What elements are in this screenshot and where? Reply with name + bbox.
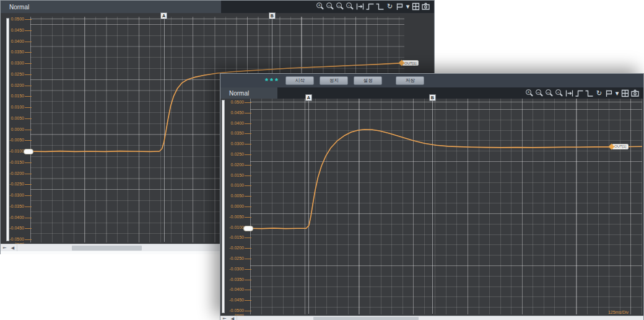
front-toolbar: +–↔▫↻▾	[525, 89, 640, 98]
y-axis-tick-label: 0.0150	[223, 173, 244, 178]
masked-title-text: ***	[265, 76, 280, 86]
zoom-out-icon-glyph: –	[326, 2, 332, 8]
probe-flag-icon[interactable]	[604, 89, 614, 98]
front-scope-window: *** 시작정지설정저장 Normal +–↔▫↻▾ 125ms/Div 0.0…	[220, 73, 644, 320]
trace-end-tag: OUT[1]	[399, 60, 419, 66]
y-axis-tick-label: 0.0050	[223, 193, 244, 198]
y-axis-tick-label: 0.0300	[223, 141, 244, 146]
zoom-selection-icon-glyph: ▫	[555, 89, 561, 95]
y-axis-tick-label: -0.0300	[223, 267, 244, 272]
scrollbar-thumb[interactable]	[72, 246, 142, 251]
y-axis-tick-label: 0.0350	[223, 131, 244, 136]
header-button-group: 시작정지설정저장	[280, 76, 424, 85]
dropdown-caret-icon[interactable]: ▾	[614, 89, 620, 98]
auto-refresh-icon-glyph: ↻	[594, 89, 604, 98]
zoom-selection-icon[interactable]: ▫	[346, 2, 355, 11]
dropdown-caret-icon-glyph: ▾	[614, 89, 620, 98]
y-axis-tick-label: 0.0300	[3, 61, 24, 66]
zoom-selection-icon-glyph: ▫	[346, 2, 352, 8]
zoom-in-icon-glyph: +	[316, 2, 322, 8]
grid-scale-icon[interactable]	[620, 89, 630, 98]
y-axis-tick-label: 0.0250	[3, 72, 24, 77]
zoom-horizontal-icon-glyph: ↔	[336, 2, 342, 8]
y-axis-tick-label: 0.0200	[223, 162, 244, 167]
y-axis-tick-label: -0.0250	[223, 256, 244, 261]
fit-width-icon[interactable]	[355, 2, 365, 11]
waveform-trace	[250, 99, 642, 314]
step-fall-icon[interactable]	[375, 2, 385, 11]
y-axis-tick-label: -0.0200	[3, 171, 24, 176]
probe-flag-icon[interactable]	[395, 2, 404, 11]
zoom-out-icon[interactable]: –	[535, 89, 544, 98]
cursor-b-marker[interactable]: B	[269, 12, 276, 19]
y-axis-tick-label: -0.0050	[3, 138, 24, 143]
dropdown-caret-icon[interactable]: ▾	[405, 2, 411, 11]
y-axis-tick-label: -0.0450	[3, 226, 24, 231]
y-axis-tick-label: -0.0300	[3, 193, 24, 198]
header-button-3[interactable]: 설정	[354, 76, 382, 85]
y-axis-tick-label: -0.0250	[3, 182, 24, 187]
header-button-4[interactable]: 저장	[396, 76, 424, 85]
screen: Normal +–↔▫↻▾ 0.05000.04500.04000.03500.…	[0, 0, 644, 320]
y-axis-tick-label: -0.0450	[223, 298, 244, 303]
y-axis-tick-label: 0.0150	[3, 94, 24, 99]
y-axis-tick-label: -0.0150	[3, 160, 24, 165]
y-axis-tick-label: 0.0050	[3, 116, 24, 121]
y-axis-tick-label: -0.0400	[3, 215, 24, 220]
back-toolbar: +–↔▫↻▾	[316, 2, 430, 11]
grid-scale-icon[interactable]	[411, 2, 420, 11]
y-axis-tick-label: -0.0050	[223, 215, 244, 220]
step-rise-icon[interactable]	[575, 89, 584, 98]
scrollbar-thumb[interactable]	[313, 317, 419, 320]
screenshot-icon[interactable]	[421, 2, 430, 11]
zoom-out-icon[interactable]: –	[326, 2, 335, 11]
y-axis-tick-label: 0.0000	[223, 204, 244, 209]
auto-refresh-icon[interactable]: ↻	[594, 89, 604, 98]
front-header-bar: *** 시작정지설정저장	[220, 74, 643, 87]
zoom-in-icon[interactable]: +	[316, 2, 325, 11]
step-fall-icon[interactable]	[585, 89, 594, 98]
y-axis-tick-label: 0.0000	[3, 127, 24, 132]
trace-start-handle[interactable]	[243, 226, 253, 231]
cursor-b-marker[interactable]: B	[429, 94, 436, 101]
zoom-in-icon[interactable]: +	[525, 89, 534, 98]
scroll-home-button[interactable]: ⇤	[1, 244, 9, 251]
y-axis-tick-label: -0.0200	[223, 246, 244, 251]
zoom-out-icon-glyph: –	[536, 89, 541, 95]
y-axis-tick-label: 0.0100	[3, 105, 24, 110]
y-axis-tick-label: 0.0500	[223, 100, 244, 105]
y-axis-tick-label: -0.0500	[3, 237, 24, 242]
cursor-a-marker[interactable]: A	[160, 12, 167, 19]
scroll-left-button[interactable]: ◀	[228, 316, 237, 320]
auto-refresh-icon-glyph: ↻	[385, 2, 394, 11]
screenshot-icon[interactable]	[630, 89, 640, 98]
y-axis-tick-label: 0.0500	[3, 17, 24, 22]
fit-width-icon[interactable]	[565, 89, 574, 98]
y-axis-tick-label: 0.0450	[3, 28, 24, 33]
tab-normal[interactable]: Normal	[1, 1, 221, 13]
y-axis-tick-label: 0.0450	[223, 110, 244, 115]
back-tab-bar: Normal +–↔▫↻▾	[1, 1, 434, 14]
zoom-selection-icon[interactable]: ▫	[555, 89, 564, 98]
scroll-left-button[interactable]: ◀	[9, 244, 17, 251]
front-plot-area: 125ms/Div 0.05000.04500.04000.03500.0300…	[220, 99, 643, 317]
y-axis-tick-label: 0.0350	[3, 50, 24, 55]
y-axis-tick-label: 0.0250	[223, 152, 244, 157]
y-axis-tick-label: -0.0350	[223, 277, 244, 282]
scroll-home-button[interactable]: ⇤	[220, 316, 229, 320]
y-axis-tick-label: 0.0100	[223, 183, 244, 188]
header-button-1[interactable]: 시작	[285, 76, 314, 85]
trace-start-handle[interactable]	[24, 149, 33, 154]
trace-end-tag: OUT[1]	[609, 143, 629, 149]
zoom-horizontal-icon-glyph: ↔	[546, 89, 551, 95]
step-rise-icon[interactable]	[365, 2, 375, 11]
zoom-horizontal-icon[interactable]: ↔	[545, 89, 554, 98]
header-button-2[interactable]: 정지	[320, 76, 348, 85]
tab-normal[interactable]: Normal	[220, 87, 277, 99]
zoom-horizontal-icon[interactable]: ↔	[336, 2, 345, 11]
cursor-a-marker[interactable]: A	[305, 94, 312, 101]
auto-refresh-icon[interactable]: ↻	[385, 2, 394, 11]
y-axis-tick-label: 0.0200	[3, 83, 24, 88]
front-horizontal-scrollbar[interactable]: ⇤ ◀	[220, 316, 643, 320]
y-axis-tick-label: 0.0400	[223, 121, 244, 126]
